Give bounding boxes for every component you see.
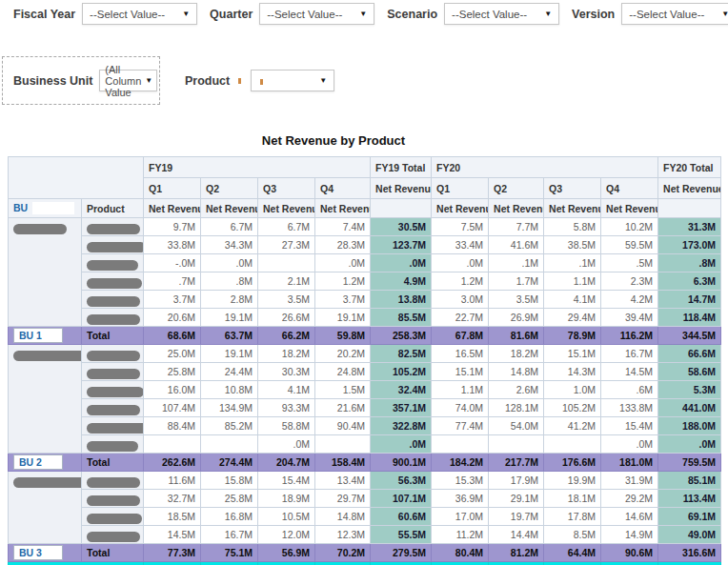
revenue-cell: 34.3M: [201, 236, 258, 254]
revenue-cell: 7.4M: [315, 218, 371, 236]
revenue-cell: 413.2M: [201, 562, 258, 565]
version-select[interactable]: --Select Value-- ▼: [621, 3, 728, 25]
revenue-cell: 16.0M: [144, 381, 201, 399]
revenue-cell: 70.2M: [315, 544, 371, 562]
revenue-cell: 74.0M: [432, 399, 489, 417]
revenue-cell: 26.6M: [258, 309, 315, 327]
quarter-select[interactable]: --Select Value-- ▼: [259, 3, 374, 25]
revenue-cell: 128.1M: [489, 399, 544, 417]
revenue-cell: [201, 435, 258, 454]
total-revenue-cell: 316.6M: [658, 544, 721, 562]
bu-total-chip: BU 1: [13, 328, 63, 343]
bu-total-chip-cell: BU 1: [9, 327, 82, 345]
product-row: 25.8M24.4M30.3M24.8M105.2M15.1M14.8M14.3…: [9, 363, 721, 381]
revenue-cell: 33.4M: [432, 236, 489, 254]
total-revenue-cell: 900.1M: [371, 454, 432, 472]
revenue-cell: 28.3M: [315, 236, 371, 254]
revenue-cell: [544, 435, 601, 454]
revenue-cell: 2.1M: [258, 272, 315, 291]
product-name-cell: [82, 272, 144, 291]
revenue-cell: .0M: [432, 254, 489, 272]
revenue-cell: 77.4M: [432, 417, 489, 435]
product-row: 3.7M2.8M3.5M3.7M13.8M3.0M3.5M4.1M4.2M14.…: [9, 291, 721, 309]
revenue-cell: 22.7M: [432, 309, 489, 327]
revenue-cell: 31.9M: [601, 472, 658, 490]
total-revenue-cell: 69.1M: [658, 508, 721, 526]
chevron-down-icon: ▼: [359, 10, 367, 18]
product-row: .0M.0M.0M.0M: [9, 435, 721, 454]
scenario-select[interactable]: --Select Value-- ▼: [444, 3, 559, 25]
revenue-cell: 176.6M: [544, 454, 601, 472]
product-row: 18.5M16.8M10.5M14.8M60.6M17.0M19.7M17.8M…: [9, 508, 721, 526]
revenue-cell: .0M: [258, 435, 315, 454]
total-label: Total: [82, 327, 144, 345]
revenue-cell: 63.7M: [201, 327, 258, 345]
filter-fiscal-year: Fiscal Year --Select Value-- ▼: [13, 3, 197, 25]
product-name-cell: [82, 399, 144, 417]
revenue-cell: 29.4M: [544, 309, 601, 327]
revenue-cell: 81.6M: [489, 327, 544, 345]
revenue-cell: 274.4M: [201, 454, 258, 472]
total-revenue-cell: 56.3M: [371, 472, 432, 490]
revenue-cell: 3.7M: [144, 291, 201, 309]
revenue-cell: 2.3M: [601, 272, 658, 291]
product-row: 88.4M85.2M58.8M90.4M322.8M77.4M54.0M41.2…: [9, 417, 721, 435]
total-revenue-cell: 4.9M: [371, 272, 432, 291]
redacted-product-name: [87, 423, 144, 434]
product-name-cell: [82, 490, 144, 508]
revenue-cell: 184.2M: [432, 454, 489, 472]
product-name-cell: [82, 309, 144, 327]
revenue-cell: 18.1M: [544, 490, 601, 508]
revenue-cell: 30.3M: [258, 363, 315, 381]
revenue-cell: 26.9M: [489, 309, 544, 327]
redacted-product-name: [87, 495, 140, 506]
revenue-cell: 332.4M: [432, 562, 489, 565]
revenue-cell: 4.1M: [544, 291, 601, 309]
total-revenue-cell: .8M: [658, 254, 721, 272]
product-row: 14.5M16.7M12.0M12.3M55.5M11.2M14.4M8.5M1…: [9, 526, 721, 544]
revenue-cell: 90.4M: [315, 417, 371, 435]
revenue-cell: 288.4M: [315, 562, 371, 565]
pivot-title: Net Revenue by Product: [0, 133, 667, 148]
bu-name-cell: [9, 345, 82, 454]
revenue-cell: 15.4M: [601, 417, 658, 435]
revenue-cell: 88.4M: [144, 417, 201, 435]
redacted-product-name: [87, 351, 140, 361]
revenue-cell: 1.2M: [315, 272, 371, 291]
total-revenue-cell: 31.3M: [658, 218, 721, 236]
product-name-cell: [82, 291, 144, 309]
revenue-cell: 19.9M: [544, 472, 601, 490]
total-revenue-cell: 1,437.9M: [371, 562, 432, 565]
revenue-cell: 107.4M: [144, 399, 201, 417]
revenue-cell: 33.8M: [144, 236, 201, 254]
revenue-cell: 75.1M: [201, 544, 258, 562]
fy19-q1-header: Q1: [144, 178, 201, 199]
product-row: 20.6M19.1M26.6M19.1M85.5M22.7M26.9M29.4M…: [9, 309, 721, 327]
redacted-bu-name: [13, 477, 82, 488]
grand-total-label: Grand Total: [9, 562, 144, 565]
revenue-cell: [144, 435, 201, 454]
fiscal-year-select[interactable]: --Select Value-- ▼: [82, 3, 197, 25]
fy19-group-header: FY19: [144, 157, 371, 178]
revenue-cell: 54.0M: [489, 417, 544, 435]
product-select[interactable]: ▼: [251, 70, 334, 91]
revenue-cell: 17.9M: [489, 472, 544, 490]
total-revenue-cell: 49.0M: [658, 526, 721, 544]
revenue-cell: 408.5M: [144, 562, 201, 565]
total-revenue-cell: 107.1M: [371, 490, 432, 508]
revenue-cell: 11.6M: [144, 472, 201, 490]
bu-total-chip-cell: BU 3: [9, 544, 82, 562]
revenue-cell: 1.7M: [489, 272, 544, 291]
total-revenue-cell: 113.4M: [658, 490, 721, 508]
total-revenue-cell: 58.6M: [658, 363, 721, 381]
total-revenue-cell: 30.5M: [371, 218, 432, 236]
revenue-cell: 380.5M: [489, 562, 544, 565]
revenue-cell: 32.7M: [144, 490, 201, 508]
revenue-cell: 36.9M: [432, 490, 489, 508]
business-unit-select[interactable]: (All Column Value ▼: [99, 70, 157, 91]
bu-total-row: BU 2Total262.6M274.4M204.7M158.4M900.1M1…: [9, 454, 721, 472]
revenue-cell: .0M: [601, 435, 658, 454]
revenue-cell: 3.5M: [258, 291, 315, 309]
revenue-cell: -.0M: [144, 254, 201, 272]
product-row: 25.0M19.1M18.2M20.2M82.5M16.5M18.2M15.1M…: [9, 345, 721, 363]
